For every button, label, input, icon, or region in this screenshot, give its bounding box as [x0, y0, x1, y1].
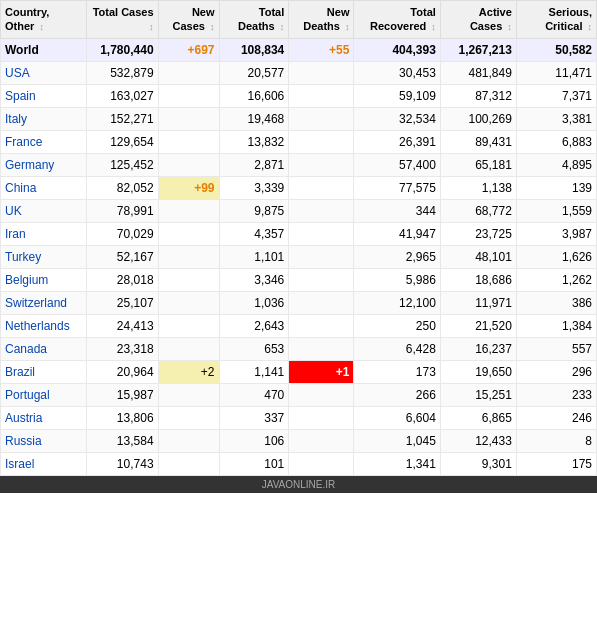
new-cases-cell	[158, 199, 219, 222]
table-row: Netherlands 24,413 2,643 250 21,520 1,38…	[1, 314, 597, 337]
new-cases-cell	[158, 130, 219, 153]
world-new-cases: +697	[158, 38, 219, 61]
col-header-total-cases[interactable]: Total Cases ↕	[86, 1, 158, 39]
new-deaths-cell	[289, 245, 354, 268]
total-recovered-cell: 173	[354, 360, 440, 383]
active-cases-cell: 18,686	[440, 268, 516, 291]
total-recovered-cell: 266	[354, 383, 440, 406]
country-cell[interactable]: France	[1, 130, 87, 153]
total-recovered-cell: 1,341	[354, 452, 440, 475]
total-cases-cell: 28,018	[86, 268, 158, 291]
country-link[interactable]: Germany	[5, 158, 54, 172]
country-link[interactable]: China	[5, 181, 36, 195]
sort-icon-total-cases: ↕	[149, 22, 154, 32]
table-row: Austria 13,806 337 6,604 6,865 246	[1, 406, 597, 429]
active-cases-cell: 15,251	[440, 383, 516, 406]
col-header-country[interactable]: Country, Other ↕	[1, 1, 87, 39]
country-cell[interactable]: Iran	[1, 222, 87, 245]
country-cell[interactable]: Belgium	[1, 268, 87, 291]
country-cell[interactable]: Netherlands	[1, 314, 87, 337]
new-cases-cell	[158, 61, 219, 84]
new-deaths-cell	[289, 130, 354, 153]
new-cases-cell	[158, 406, 219, 429]
table-row: France 129,654 13,832 26,391 89,431 6,88…	[1, 130, 597, 153]
table-header-row: Country, Other ↕ Total Cases ↕ New Cases…	[1, 1, 597, 39]
footer-bar: JAVAONLINE.IR	[0, 476, 597, 493]
country-link[interactable]: Belgium	[5, 273, 48, 287]
country-cell[interactable]: Brazil	[1, 360, 87, 383]
country-link[interactable]: Switzerland	[5, 296, 67, 310]
country-cell[interactable]: Israel	[1, 452, 87, 475]
country-cell[interactable]: Spain	[1, 84, 87, 107]
active-cases-cell: 21,520	[440, 314, 516, 337]
total-cases-cell: 125,452	[86, 153, 158, 176]
total-cases-cell: 52,167	[86, 245, 158, 268]
col-header-new-cases[interactable]: New Cases ↕	[158, 1, 219, 39]
total-deaths-cell: 337	[219, 406, 289, 429]
new-cases-cell	[158, 337, 219, 360]
total-cases-cell: 82,052	[86, 176, 158, 199]
country-cell[interactable]: Switzerland	[1, 291, 87, 314]
country-cell[interactable]: Portugal	[1, 383, 87, 406]
total-cases-cell: 23,318	[86, 337, 158, 360]
new-deaths-cell	[289, 337, 354, 360]
new-deaths-cell	[289, 199, 354, 222]
total-recovered-cell: 26,391	[354, 130, 440, 153]
serious-critical-cell: 557	[516, 337, 596, 360]
country-cell[interactable]: Canada	[1, 337, 87, 360]
col-header-total-recovered[interactable]: Total Recovered ↕	[354, 1, 440, 39]
table-row: Italy 152,271 19,468 32,534 100,269 3,38…	[1, 107, 597, 130]
country-link[interactable]: Austria	[5, 411, 42, 425]
country-cell[interactable]: Italy	[1, 107, 87, 130]
active-cases-cell: 6,865	[440, 406, 516, 429]
total-cases-cell: 10,743	[86, 452, 158, 475]
country-link[interactable]: Netherlands	[5, 319, 70, 333]
col-header-new-deaths[interactable]: New Deaths ↕	[289, 1, 354, 39]
footer-text: JAVAONLINE.IR	[262, 479, 336, 490]
col-header-total-deaths[interactable]: Total Deaths ↕	[219, 1, 289, 39]
country-cell[interactable]: Russia	[1, 429, 87, 452]
new-deaths-cell	[289, 176, 354, 199]
total-deaths-cell: 470	[219, 383, 289, 406]
table-row: Germany 125,452 2,871 57,400 65,181 4,89…	[1, 153, 597, 176]
total-recovered-cell: 1,045	[354, 429, 440, 452]
country-cell[interactable]: China	[1, 176, 87, 199]
total-recovered-cell: 77,575	[354, 176, 440, 199]
country-link[interactable]: Russia	[5, 434, 42, 448]
country-link[interactable]: Brazil	[5, 365, 35, 379]
table-row: Russia 13,584 106 1,045 12,433 8	[1, 429, 597, 452]
country-cell[interactable]: USA	[1, 61, 87, 84]
new-deaths-cell	[289, 406, 354, 429]
country-link[interactable]: USA	[5, 66, 30, 80]
country-link[interactable]: Spain	[5, 89, 36, 103]
new-deaths-cell	[289, 222, 354, 245]
total-deaths-cell: 9,875	[219, 199, 289, 222]
country-link[interactable]: Italy	[5, 112, 27, 126]
total-cases-cell: 78,991	[86, 199, 158, 222]
col-header-active-cases[interactable]: Active Cases ↕	[440, 1, 516, 39]
country-cell[interactable]: Austria	[1, 406, 87, 429]
active-cases-cell: 12,433	[440, 429, 516, 452]
country-link[interactable]: UK	[5, 204, 22, 218]
total-cases-cell: 129,654	[86, 130, 158, 153]
col-header-serious-critical[interactable]: Serious, Critical ↕	[516, 1, 596, 39]
table-row: Belgium 28,018 3,346 5,986 18,686 1,262	[1, 268, 597, 291]
world-total-recovered: 404,393	[354, 38, 440, 61]
country-link[interactable]: France	[5, 135, 42, 149]
serious-critical-cell: 1,559	[516, 199, 596, 222]
country-link[interactable]: Canada	[5, 342, 47, 356]
country-link[interactable]: Turkey	[5, 250, 41, 264]
total-deaths-cell: 3,346	[219, 268, 289, 291]
country-cell[interactable]: Turkey	[1, 245, 87, 268]
country-link[interactable]: Iran	[5, 227, 26, 241]
country-cell[interactable]: UK	[1, 199, 87, 222]
country-link[interactable]: Israel	[5, 457, 34, 471]
country-link[interactable]: Portugal	[5, 388, 50, 402]
active-cases-cell: 68,772	[440, 199, 516, 222]
total-deaths-cell: 653	[219, 337, 289, 360]
serious-critical-cell: 246	[516, 406, 596, 429]
total-deaths-cell: 1,141	[219, 360, 289, 383]
country-cell[interactable]: Germany	[1, 153, 87, 176]
total-cases-cell: 70,029	[86, 222, 158, 245]
new-cases-cell	[158, 429, 219, 452]
